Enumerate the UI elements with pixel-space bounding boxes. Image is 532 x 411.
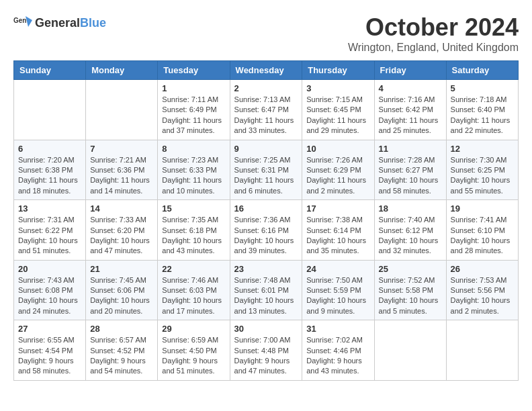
- calendar-cell: 15Sunrise: 7:35 AM Sunset: 6:18 PM Dayli…: [158, 200, 230, 261]
- calendar-cell: 23Sunrise: 7:48 AM Sunset: 6:01 PM Dayli…: [230, 260, 302, 320]
- day-number: 20: [18, 264, 81, 274]
- calendar-cell: [86, 80, 158, 140]
- day-info: Sunrise: 7:25 AM Sunset: 6:31 PM Dayligh…: [234, 155, 298, 197]
- calendar-header: SundayMondayTuesdayWednesdayThursdayFrid…: [14, 61, 519, 80]
- day-header-wednesday: Wednesday: [230, 61, 302, 80]
- day-number: 3: [306, 83, 369, 93]
- day-info: Sunrise: 7:52 AM Sunset: 5:58 PM Dayligh…: [379, 275, 442, 317]
- day-number: 10: [306, 144, 369, 154]
- day-number: 17: [306, 203, 369, 214]
- day-number: 6: [18, 144, 81, 154]
- day-info: Sunrise: 7:38 AM Sunset: 6:14 PM Dayligh…: [306, 215, 369, 257]
- calendar-week-3: 13Sunrise: 7:31 AM Sunset: 6:22 PM Dayli…: [14, 200, 519, 261]
- month-title: October 2024: [348, 13, 519, 42]
- day-number: 26: [451, 264, 514, 274]
- calendar-cell: 10Sunrise: 7:26 AM Sunset: 6:29 PM Dayli…: [302, 140, 374, 200]
- day-number: 11: [379, 144, 442, 154]
- calendar-cell: [446, 320, 518, 381]
- calendar-cell: 14Sunrise: 7:33 AM Sunset: 6:20 PM Dayli…: [86, 200, 158, 261]
- day-number: 18: [379, 203, 442, 214]
- day-header-sunday: Sunday: [14, 61, 86, 80]
- day-info: Sunrise: 7:20 AM Sunset: 6:38 PM Dayligh…: [18, 155, 81, 197]
- day-number: 2: [234, 83, 298, 93]
- logo-icon: Gen: [13, 13, 32, 32]
- day-header-monday: Monday: [86, 61, 158, 80]
- day-info: Sunrise: 7:15 AM Sunset: 6:45 PM Dayligh…: [306, 95, 369, 136]
- calendar-cell: 4Sunrise: 7:16 AM Sunset: 6:42 PM Daylig…: [374, 80, 446, 140]
- day-info: Sunrise: 7:48 AM Sunset: 6:01 PM Dayligh…: [234, 275, 298, 317]
- calendar-cell: 24Sunrise: 7:50 AM Sunset: 5:59 PM Dayli…: [302, 260, 374, 320]
- day-number: 1: [162, 83, 225, 93]
- calendar-cell: 21Sunrise: 7:45 AM Sunset: 6:06 PM Dayli…: [86, 260, 158, 320]
- day-info: Sunrise: 7:43 AM Sunset: 6:08 PM Dayligh…: [18, 275, 81, 317]
- day-number: 16: [234, 203, 298, 214]
- calendar-cell: 22Sunrise: 7:46 AM Sunset: 6:03 PM Dayli…: [158, 260, 230, 320]
- calendar-cell: 1Sunrise: 7:11 AM Sunset: 6:49 PM Daylig…: [158, 80, 230, 140]
- day-number: 31: [306, 324, 369, 334]
- day-number: 24: [306, 264, 369, 274]
- day-number: 27: [18, 324, 81, 334]
- day-number: 22: [162, 264, 225, 274]
- calendar-cell: 6Sunrise: 7:20 AM Sunset: 6:38 PM Daylig…: [14, 140, 86, 200]
- calendar-cell: 5Sunrise: 7:18 AM Sunset: 6:40 PM Daylig…: [446, 80, 518, 140]
- calendar-cell: 29Sunrise: 6:59 AM Sunset: 4:50 PM Dayli…: [158, 320, 230, 381]
- day-info: Sunrise: 7:41 AM Sunset: 6:10 PM Dayligh…: [451, 215, 514, 257]
- calendar-cell: 28Sunrise: 6:57 AM Sunset: 4:52 PM Dayli…: [86, 320, 158, 381]
- day-info: Sunrise: 7:33 AM Sunset: 6:20 PM Dayligh…: [90, 215, 153, 257]
- day-number: 9: [234, 144, 298, 154]
- day-info: Sunrise: 7:13 AM Sunset: 6:47 PM Dayligh…: [234, 95, 298, 136]
- day-info: Sunrise: 7:31 AM Sunset: 6:22 PM Dayligh…: [18, 215, 81, 257]
- day-number: 12: [451, 144, 514, 154]
- day-info: Sunrise: 7:18 AM Sunset: 6:40 PM Dayligh…: [451, 95, 514, 136]
- day-info: Sunrise: 7:28 AM Sunset: 6:27 PM Dayligh…: [379, 155, 442, 197]
- day-info: Sunrise: 7:02 AM Sunset: 4:46 PM Dayligh…: [306, 335, 369, 377]
- day-info: Sunrise: 7:00 AM Sunset: 4:48 PM Dayligh…: [234, 335, 298, 377]
- svg-text:Gen: Gen: [13, 17, 26, 24]
- calendar-cell: 18Sunrise: 7:40 AM Sunset: 6:12 PM Dayli…: [374, 200, 446, 261]
- day-info: Sunrise: 7:35 AM Sunset: 6:18 PM Dayligh…: [162, 215, 225, 257]
- day-number: 5: [451, 83, 514, 93]
- day-number: 29: [162, 324, 225, 334]
- logo-general: General: [35, 16, 80, 30]
- day-number: 8: [162, 144, 225, 154]
- day-number: 23: [234, 264, 298, 274]
- day-info: Sunrise: 7:16 AM Sunset: 6:42 PM Dayligh…: [379, 95, 442, 136]
- day-number: 4: [379, 83, 442, 93]
- title-area: October 2024 Wrington, England, United K…: [348, 13, 519, 54]
- calendar-cell: 9Sunrise: 7:25 AM Sunset: 6:31 PM Daylig…: [230, 140, 302, 200]
- day-info: Sunrise: 7:36 AM Sunset: 6:16 PM Dayligh…: [234, 215, 298, 257]
- calendar-cell: 26Sunrise: 7:53 AM Sunset: 5:56 PM Dayli…: [446, 260, 518, 320]
- calendar-cell: 30Sunrise: 7:00 AM Sunset: 4:48 PM Dayli…: [230, 320, 302, 381]
- calendar-week-4: 20Sunrise: 7:43 AM Sunset: 6:08 PM Dayli…: [14, 260, 519, 320]
- day-number: 19: [451, 203, 514, 214]
- calendar-cell: [14, 80, 86, 140]
- calendar-cell: 8Sunrise: 7:23 AM Sunset: 6:33 PM Daylig…: [158, 140, 230, 200]
- day-info: Sunrise: 7:45 AM Sunset: 6:06 PM Dayligh…: [90, 275, 153, 317]
- day-info: Sunrise: 7:46 AM Sunset: 6:03 PM Dayligh…: [162, 275, 225, 317]
- day-info: Sunrise: 6:55 AM Sunset: 4:54 PM Dayligh…: [18, 335, 81, 377]
- day-number: 21: [90, 264, 153, 274]
- day-number: 28: [90, 324, 153, 334]
- calendar-cell: 16Sunrise: 7:36 AM Sunset: 6:16 PM Dayli…: [230, 200, 302, 261]
- svg-marker-1: [26, 16, 32, 27]
- day-header-saturday: Saturday: [446, 61, 518, 80]
- calendar-cell: 11Sunrise: 7:28 AM Sunset: 6:27 PM Dayli…: [374, 140, 446, 200]
- day-info: Sunrise: 7:53 AM Sunset: 5:56 PM Dayligh…: [451, 275, 514, 317]
- day-number: 14: [90, 203, 153, 214]
- calendar-cell: 19Sunrise: 7:41 AM Sunset: 6:10 PM Dayli…: [446, 200, 518, 261]
- calendar-cell: 31Sunrise: 7:02 AM Sunset: 4:46 PM Dayli…: [302, 320, 374, 381]
- calendar-cell: 13Sunrise: 7:31 AM Sunset: 6:22 PM Dayli…: [14, 200, 86, 261]
- calendar-body: 1Sunrise: 7:11 AM Sunset: 6:49 PM Daylig…: [14, 80, 519, 381]
- day-number: 13: [18, 203, 81, 214]
- day-number: 30: [234, 324, 298, 334]
- calendar-cell: 25Sunrise: 7:52 AM Sunset: 5:58 PM Dayli…: [374, 260, 446, 320]
- day-number: 7: [90, 144, 153, 154]
- calendar-week-2: 6Sunrise: 7:20 AM Sunset: 6:38 PM Daylig…: [14, 140, 519, 200]
- calendar-cell: [374, 320, 446, 381]
- day-header-thursday: Thursday: [302, 61, 374, 80]
- calendar-cell: 7Sunrise: 7:21 AM Sunset: 6:36 PM Daylig…: [86, 140, 158, 200]
- day-info: Sunrise: 7:11 AM Sunset: 6:49 PM Dayligh…: [162, 95, 225, 136]
- calendar-cell: 3Sunrise: 7:15 AM Sunset: 6:45 PM Daylig…: [302, 80, 374, 140]
- day-info: Sunrise: 7:30 AM Sunset: 6:25 PM Dayligh…: [451, 155, 514, 197]
- calendar-cell: 20Sunrise: 7:43 AM Sunset: 6:08 PM Dayli…: [14, 260, 86, 320]
